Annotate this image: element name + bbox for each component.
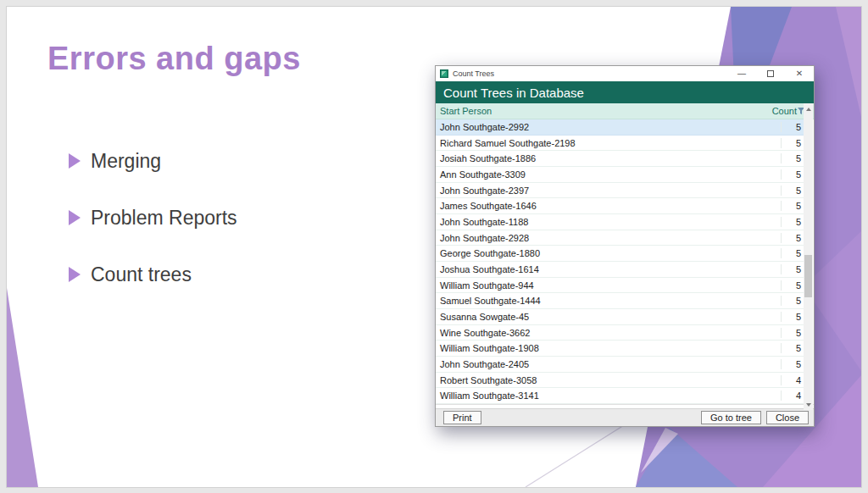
table-row[interactable]: John Southgate-11885 — [436, 214, 804, 230]
start-person-cell: Samuel Southgate-1444 — [436, 296, 781, 306]
column-header-start-person[interactable]: Start Person — [436, 106, 771, 116]
table-row[interactable]: Joshua Southgate-16145 — [436, 262, 804, 278]
bullet-label: Merging — [91, 150, 161, 173]
table-row[interactable]: Richard Samuel Southgate-21985 — [436, 136, 804, 152]
count-cell: 5 — [781, 248, 804, 258]
page-title: Errors and gaps — [47, 41, 301, 77]
start-person-cell: William Southgate-944 — [436, 280, 781, 291]
count-cell: 5 — [781, 280, 804, 291]
table-row[interactable]: Samuel Southgate-14445 — [436, 293, 804, 309]
count-cell: 5 — [781, 138, 804, 148]
table-body: John Southgate-29925Richard Samuel South… — [436, 119, 814, 405]
count-cell: 5 — [781, 201, 804, 211]
start-person-cell: Wine Southgate-3662 — [436, 328, 781, 338]
bullet-label: Count trees — [91, 263, 192, 286]
bullet-triangle-icon — [69, 210, 81, 225]
list-item: Problem Reports — [69, 206, 237, 230]
count-cell: 5 — [781, 217, 804, 227]
count-trees-app-icon — [440, 69, 448, 78]
start-person-cell: Ann Southgate-3309 — [436, 169, 781, 180]
start-person-cell: John Southgate-2405 — [436, 359, 781, 369]
window-titlebar: Count Trees — ✕ — [436, 66, 814, 81]
count-cell: 5 — [781, 359, 804, 369]
start-person-cell: Robert Southgate-3058 — [436, 375, 781, 385]
bullet-triangle-icon — [69, 267, 81, 282]
print-button[interactable]: Print — [443, 411, 481, 424]
count-cell: 5 — [781, 343, 804, 353]
bullet-triangle-icon — [69, 153, 81, 169]
list-item: Count trees — [69, 263, 237, 286]
count-cell: 5 — [781, 296, 804, 306]
dialog-footer: Print Go to tree Close — [436, 408, 814, 426]
count-cell: 5 — [781, 312, 804, 322]
count-cell: 5 — [781, 233, 804, 243]
table-row[interactable]: John Southgate-29285 — [436, 230, 804, 246]
table-row[interactable]: Josiah Southgate-18865 — [436, 151, 804, 167]
table-row[interactable]: Robert Southgate-30584 — [436, 373, 804, 389]
start-person-cell: John Southgate-2928 — [436, 233, 781, 243]
scroll-down-icon[interactable] — [804, 399, 813, 410]
count-cell: 5 — [781, 328, 804, 338]
bullet-list: Merging Problem Reports Count trees — [69, 149, 237, 319]
start-person-cell: William Southgate-1908 — [436, 343, 781, 353]
table-row[interactable]: Susanna Sowgate-455 — [436, 309, 804, 325]
column-header-count[interactable]: Count — [771, 106, 804, 116]
table-row[interactable]: William Southgate-31414 — [436, 388, 804, 404]
start-person-cell: George Southgate-1880 — [436, 248, 781, 258]
start-person-cell: William Southgate-3141 — [436, 391, 781, 401]
count-trees-window: Count Trees — ✕ Count Trees in Database … — [435, 65, 815, 427]
maximize-button[interactable] — [756, 66, 785, 81]
table-row[interactable]: Wine Southgate-36625 — [436, 325, 804, 341]
table-row[interactable]: James Southgate-16465 — [436, 198, 804, 214]
table-row[interactable]: Ann Southgate-33095 — [436, 167, 804, 183]
table-row[interactable]: George Southgate-18805 — [436, 246, 804, 262]
close-button[interactable]: ✕ — [785, 66, 814, 81]
count-cell: 4 — [781, 375, 804, 385]
table-row[interactable]: John Southgate-24055 — [436, 357, 804, 373]
go-to-tree-button[interactable]: Go to tree — [701, 411, 761, 424]
count-cell: 5 — [781, 264, 804, 274]
count-cell: 5 — [781, 153, 804, 163]
table-row[interactable]: John Southgate-29925 — [436, 119, 804, 136]
count-cell: 5 — [781, 169, 804, 180]
vertical-scrollbar[interactable] — [804, 103, 813, 410]
start-person-cell: Josiah Southgate-1886 — [436, 153, 781, 163]
dialog-header: Count Trees in Database — [436, 81, 814, 103]
start-person-cell: John Southgate-1188 — [436, 217, 781, 227]
table-row[interactable]: William Southgate-19085 — [436, 341, 804, 357]
scrollbar-thumb[interactable] — [804, 255, 812, 297]
start-person-cell: John Southgate-2397 — [436, 186, 781, 196]
bullet-label: Problem Reports — [91, 207, 237, 230]
list-item: Merging — [69, 149, 237, 173]
start-person-cell: John Southgate-2992 — [436, 122, 781, 132]
count-cell: 5 — [781, 122, 804, 132]
start-person-cell: Richard Samuel Southgate-2198 — [436, 138, 781, 148]
count-cell: 5 — [781, 186, 804, 196]
count-cell: 4 — [781, 391, 804, 401]
minimize-button[interactable]: — — [727, 66, 756, 81]
scroll-up-icon[interactable] — [804, 103, 813, 114]
start-person-cell: Susanna Sowgate-45 — [436, 312, 781, 322]
table-row[interactable]: William Southgate-9445 — [436, 278, 804, 294]
table-row[interactable]: John Southgate-23975 — [436, 183, 804, 199]
window-title: Count Trees — [453, 69, 727, 78]
maximize-icon — [767, 70, 774, 77]
table-header-row: Start Person Count — [436, 103, 814, 119]
start-person-cell: James Southgate-1646 — [436, 201, 781, 211]
close-dialog-button[interactable]: Close — [766, 411, 809, 424]
start-person-cell: Joshua Southgate-1614 — [436, 264, 781, 274]
